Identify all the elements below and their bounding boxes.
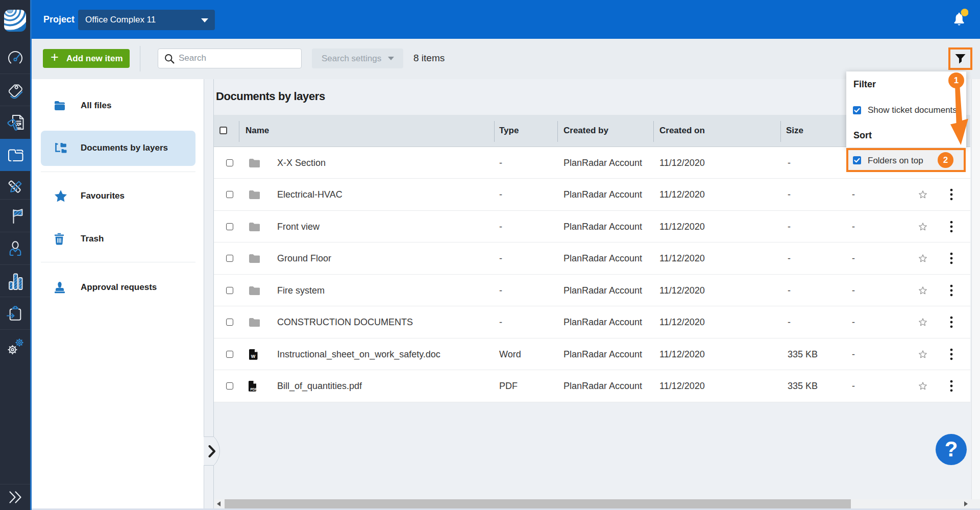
svg-text:PDF: PDF: [251, 387, 257, 391]
svg-text:W: W: [251, 354, 256, 359]
